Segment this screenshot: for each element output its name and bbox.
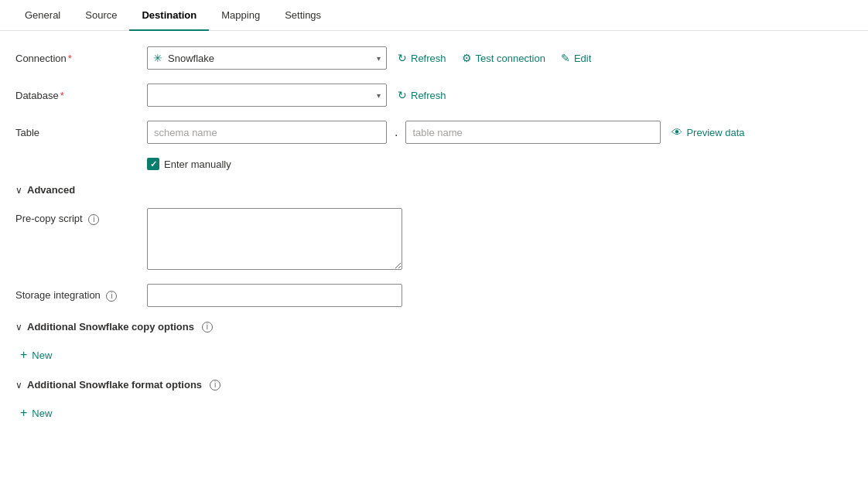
pre-copy-script-label: Pre-copy script i (15, 208, 147, 225)
snowflake-copy-options-chevron-icon: ∨ (15, 322, 22, 333)
connection-select[interactable]: Snowflake (147, 46, 387, 70)
tab-settings[interactable]: Settings (272, 0, 333, 30)
database-select[interactable] (147, 84, 387, 107)
connection-row: Connection* ✳ Snowflake ▾ ↻ Refresh ⚙ Te… (15, 46, 853, 70)
storage-integration-info-icon[interactable]: i (106, 291, 117, 302)
connection-controls: ✳ Snowflake ▾ ↻ Refresh ⚙ Test connectio… (147, 46, 853, 70)
snowflake-format-options-plus-icon: + (20, 406, 27, 420)
database-required: * (60, 90, 64, 101)
database-label: Database* (15, 90, 147, 101)
storage-integration-input[interactable] (147, 284, 402, 307)
pre-copy-script-textarea[interactable] (147, 208, 402, 270)
storage-integration-row: Storage integration i (15, 284, 853, 307)
pre-copy-script-row: Pre-copy script i (15, 208, 853, 270)
snowflake-copy-options-info-icon[interactable]: i (202, 322, 213, 333)
table-label: Table (15, 127, 147, 138)
snowflake-format-options-content: + New (15, 403, 853, 423)
database-select-wrapper: ▾ (147, 84, 387, 107)
preview-data-icon: 👁 (672, 126, 682, 138)
snowflake-copy-options-new-button[interactable]: + New (15, 345, 56, 365)
snowflake-copy-options-content: + New (15, 345, 853, 365)
pre-copy-script-info-icon[interactable]: i (88, 214, 99, 225)
advanced-chevron-icon: ∨ (15, 185, 22, 196)
schema-name-input[interactable] (147, 121, 387, 144)
snowflake-format-options-header[interactable]: ∨ Additional Snowflake format options i (15, 379, 853, 391)
advanced-section-header[interactable]: ∨ Advanced (15, 184, 853, 196)
tab-mapping[interactable]: Mapping (209, 0, 272, 30)
snowflake-copy-options-plus-icon: + (20, 348, 27, 362)
storage-integration-controls (147, 284, 853, 307)
table-row: Table . 👁 Preview data (15, 121, 853, 144)
storage-integration-label: Storage integration i (15, 289, 147, 302)
enter-manually-label[interactable]: Enter manually (164, 159, 231, 170)
tab-source[interactable]: Source (73, 0, 129, 30)
pre-copy-script-controls (147, 208, 853, 270)
refresh-icon: ↻ (398, 52, 407, 64)
tab-destination[interactable]: Destination (129, 0, 209, 30)
edit-connection-button[interactable]: ✎ Edit (556, 49, 596, 67)
advanced-section-title: Advanced (27, 184, 75, 196)
database-refresh-button[interactable]: ↻ Refresh (393, 86, 451, 104)
database-row: Database* ▾ ↻ Refresh (15, 84, 853, 107)
database-controls: ▾ ↻ Refresh (147, 84, 853, 107)
table-name-input[interactable] (405, 121, 661, 144)
destination-panel: Connection* ✳ Snowflake ▾ ↻ Refresh ⚙ Te… (0, 31, 868, 452)
snowflake-format-options-new-button[interactable]: + New (15, 403, 56, 423)
tab-general[interactable]: General (12, 0, 73, 30)
enter-manually-checkbox[interactable] (147, 158, 159, 170)
table-dot-separator: . (395, 125, 398, 139)
snowflake-format-options-info-icon[interactable]: i (210, 380, 220, 391)
tab-bar: General Source Destination Mapping Setti… (0, 0, 868, 31)
enter-manually-row: Enter manually (147, 158, 853, 170)
connection-label: Connection* (15, 53, 147, 64)
snowflake-copy-options-header[interactable]: ∨ Additional Snowflake copy options i (15, 321, 853, 333)
edit-icon: ✎ (561, 52, 570, 64)
connection-select-wrapper: ✳ Snowflake ▾ (147, 46, 387, 70)
table-controls: . 👁 Preview data (147, 121, 853, 144)
database-refresh-icon: ↻ (398, 89, 407, 101)
snowflake-format-options-chevron-icon: ∨ (15, 380, 22, 391)
snowflake-format-options-title: Additional Snowflake format options (27, 379, 202, 391)
snowflake-copy-options-title: Additional Snowflake copy options (27, 321, 194, 333)
preview-data-button[interactable]: 👁 Preview data (667, 123, 749, 142)
test-connection-icon: ⚙ (462, 52, 472, 64)
connection-refresh-button[interactable]: ↻ Refresh (393, 49, 451, 67)
connection-required: * (68, 53, 72, 64)
test-connection-button[interactable]: ⚙ Test connection (457, 49, 550, 67)
